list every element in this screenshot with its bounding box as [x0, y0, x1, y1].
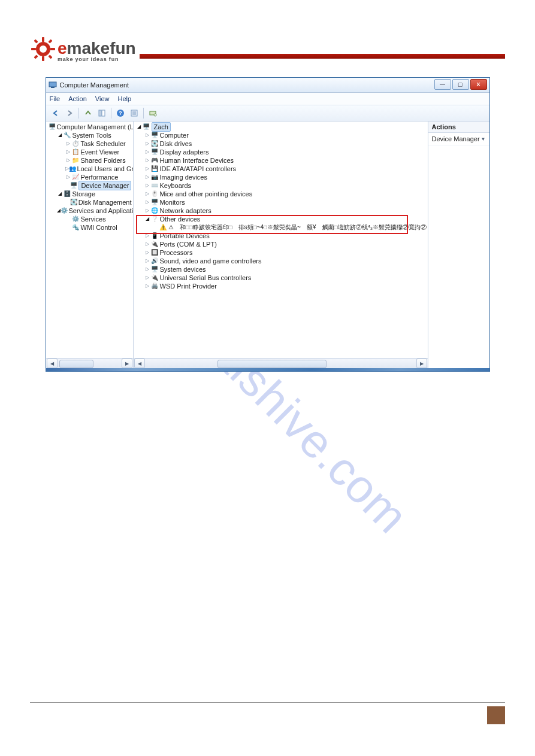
- expand-icon[interactable]: ▷: [144, 208, 150, 214]
- cat-processors[interactable]: ▷🔲Processors: [136, 248, 427, 257]
- menu-view[interactable]: View: [95, 95, 110, 102]
- cat-system-devices[interactable]: ▷🖥️System devices: [136, 265, 427, 274]
- cat-display-adapters[interactable]: ▷🖥️Display adapters: [136, 148, 427, 156]
- computer-icon: 🖥️: [150, 132, 159, 139]
- expand-icon[interactable]: ▷: [144, 258, 150, 264]
- expand-icon[interactable]: ▷: [144, 199, 150, 205]
- cat-monitors[interactable]: ▷🖥️Monitors: [136, 198, 427, 207]
- expand-icon[interactable]: ▷: [144, 132, 150, 138]
- menu-help[interactable]: Help: [117, 95, 131, 102]
- cat-ports[interactable]: ▷🔌Ports (COM & LPT): [136, 240, 427, 248]
- expand-icon[interactable]: ◢: [57, 191, 63, 197]
- expand-icon[interactable]: ▷: [144, 233, 150, 239]
- menu-action[interactable]: Action: [68, 95, 87, 102]
- spacer: [65, 199, 70, 205]
- tree-event-viewer[interactable]: ▷📋Event Viewer: [49, 148, 132, 156]
- window-titlebar[interactable]: Computer Management — ▢ X: [46, 78, 489, 93]
- mid-scrollbar[interactable]: ◀ ▶: [134, 358, 428, 368]
- tree-storage[interactable]: ◢🗄️Storage: [49, 190, 132, 198]
- device-root[interactable]: ◢🖥️Zach: [136, 123, 427, 131]
- expand-icon[interactable]: ▷: [144, 241, 150, 247]
- properties-button[interactable]: [128, 107, 140, 119]
- menu-file[interactable]: File: [50, 95, 61, 102]
- expand-icon[interactable]: ▷: [144, 283, 150, 289]
- forward-button[interactable]: [64, 107, 75, 119]
- left-tree[interactable]: 🖥️Computer Management (Local ◢🔧System To…: [46, 122, 133, 358]
- tree-task-scheduler[interactable]: ▷⏱️Task Scheduler: [49, 139, 132, 148]
- warning-icon: ⚠️: [159, 224, 167, 231]
- expand-icon[interactable]: ▷: [65, 149, 71, 155]
- expand-icon[interactable]: ▷: [144, 250, 150, 256]
- expand-icon[interactable]: ▷: [144, 166, 150, 172]
- toolbar-separator: [111, 108, 111, 119]
- expand-icon[interactable]: ◢: [57, 132, 63, 138]
- cat-imaging[interactable]: ▷📷Imaging devices: [136, 173, 427, 181]
- expand-icon[interactable]: ◢: [136, 124, 142, 130]
- actions-item-device-manager[interactable]: Device Manager ▼: [428, 133, 489, 145]
- cat-keyboards[interactable]: ▷⌨️Keyboards: [136, 181, 427, 190]
- tree-shared-folders[interactable]: ▷📁Shared Folders: [49, 156, 132, 165]
- cat-usb[interactable]: ▷🔌Universal Serial Bus controllers: [136, 274, 427, 282]
- cat-disk-drives[interactable]: ▷💽Disk drives: [136, 139, 427, 148]
- tree-services-apps[interactable]: ◢⚙️Services and Applications: [49, 207, 132, 215]
- tree-system-tools[interactable]: ◢🔧System Tools: [49, 131, 132, 139]
- document-footer: [30, 702, 505, 720]
- cat-sound[interactable]: ▷🔊Sound, video and game controllers: [136, 257, 427, 265]
- cat-network[interactable]: ▷🌐Network adapters: [136, 207, 427, 215]
- cat-portable[interactable]: ▷📱Portable Devices: [136, 232, 427, 240]
- close-button[interactable]: X: [470, 79, 487, 90]
- maximize-button[interactable]: ▢: [452, 79, 469, 90]
- up-button[interactable]: [82, 107, 94, 119]
- dropdown-icon[interactable]: ▼: [481, 136, 486, 142]
- scroll-right-icon[interactable]: ▶: [416, 359, 427, 368]
- services-apps-icon: ⚙️: [61, 207, 68, 214]
- cat-computer[interactable]: ▷🖥️Computer: [136, 131, 427, 139]
- folder-shared-icon: 📁: [71, 157, 80, 164]
- middle-pane: ◢🖥️Zach ▷🖥️Computer ▷💽Disk drives ▷🖥️Dis…: [134, 122, 428, 368]
- device-tree[interactable]: ◢🖥️Zach ▷🖥️Computer ▷💽Disk drives ▷🖥️Dis…: [134, 122, 428, 358]
- scroll-track[interactable]: [58, 359, 121, 368]
- scroll-left-icon[interactable]: ◀: [134, 359, 145, 368]
- expand-icon[interactable]: ▷: [144, 157, 150, 163]
- show-hide-button[interactable]: [96, 107, 108, 119]
- tree-local-users[interactable]: ▷👥Local Users and Groups: [49, 165, 132, 173]
- tree-services[interactable]: ⚙️Services: [49, 215, 132, 223]
- expand-icon[interactable]: ▷: [65, 141, 71, 147]
- tree-root[interactable]: 🖥️Computer Management (Local: [49, 123, 132, 131]
- cat-hid[interactable]: ▷🎮Human Interface Devices: [136, 156, 427, 165]
- page-number-box: [487, 706, 505, 724]
- ports-icon: 🔌: [150, 241, 159, 248]
- scan-hardware-button[interactable]: [147, 107, 159, 119]
- tree-disk-mgmt[interactable]: 💽Disk Management: [49, 198, 132, 207]
- scroll-left-icon[interactable]: ◀: [47, 359, 58, 368]
- scroll-thumb[interactable]: [217, 360, 327, 368]
- minimize-button[interactable]: —: [434, 79, 451, 90]
- tree-wmi[interactable]: 🔩WMI Control: [49, 223, 132, 232]
- cat-other-devices[interactable]: ◢❔Other devices: [136, 215, 427, 223]
- expand-icon[interactable]: ▷: [144, 266, 150, 272]
- back-button[interactable]: [50, 107, 62, 119]
- tree-device-manager[interactable]: 🖥️Device Manager: [49, 181, 132, 190]
- expand-icon[interactable]: ▷: [144, 149, 150, 155]
- left-scrollbar[interactable]: ◀ ▶: [46, 358, 133, 368]
- expand-icon[interactable]: ▷: [144, 183, 150, 189]
- help-button[interactable]: ?: [114, 107, 126, 119]
- expand-icon[interactable]: ▷: [144, 174, 150, 180]
- toolbar-separator: [143, 108, 144, 119]
- scroll-track[interactable]: [146, 359, 416, 368]
- expand-icon[interactable]: ▷: [65, 174, 71, 180]
- document-page: manualshive.com: [0, 0, 535, 756]
- scroll-right-icon[interactable]: ▶: [122, 359, 132, 368]
- cat-mice[interactable]: ▷🖱️Mice and other pointing devices: [136, 190, 427, 198]
- cat-wsd[interactable]: ▷🖨️WSD Print Provider: [136, 282, 427, 290]
- expand-icon[interactable]: ▷: [144, 141, 150, 147]
- expand-icon[interactable]: ▷: [65, 157, 71, 163]
- mouse-icon: 🖱️: [150, 190, 159, 198]
- expand-icon[interactable]: ▷: [144, 191, 150, 197]
- expand-icon[interactable]: ◢: [144, 216, 150, 222]
- cat-ide[interactable]: ▷💾IDE ATA/ATAPI controllers: [136, 165, 427, 173]
- tree-performance[interactable]: ▷📈Performance: [49, 173, 132, 181]
- unknown-device[interactable]: ⚠️⚠ 和□□睁跛馂宅器印□ 徘s頰□~4□※鬏莞奘晶~ 额¥ 觸藺□塏魴跻②线…: [136, 223, 427, 232]
- scroll-thumb[interactable]: [59, 360, 93, 368]
- expand-icon[interactable]: ▷: [144, 275, 150, 281]
